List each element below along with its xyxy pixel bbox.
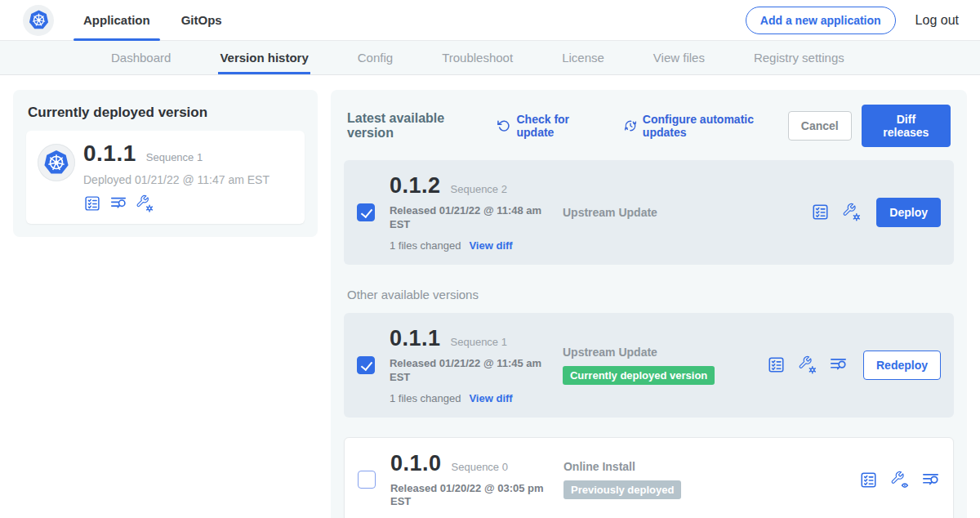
kubernetes-app-icon [42,149,70,176]
sequence-label: Sequence 0 [452,461,508,473]
tab-application[interactable]: Application [78,0,155,41]
version-source-label: Online Install [564,460,768,473]
version-number: 0.1.2 [390,173,441,199]
view-files-icon[interactable] [921,471,940,489]
files-changed-label: 1 files changed [390,239,461,252]
subnav-item-version-history[interactable]: Version history [220,41,308,74]
tab-gitops[interactable]: GitOps [176,0,227,41]
view-diff-link[interactable]: View diff [469,239,512,252]
navbar-right: Add a new application Log out [746,7,959,34]
version-checkbox[interactable] [358,471,376,489]
subnav-item-dashboard[interactable]: Dashboard [111,41,171,74]
app-subnav: Dashboard Version history Config Trouble… [0,41,980,75]
top-navbar: Application GitOps Add a new application… [0,0,980,41]
refresh-icon [497,118,511,133]
app-icon-wrap [38,144,75,181]
subnav-item-view-files[interactable]: View files [653,41,705,74]
currently-deployed-heading: Currently deployed version [28,105,303,121]
release-notes-icon[interactable] [859,471,878,489]
view-config-icon[interactable] [890,471,909,489]
sequence-label: Sequence 1 [451,336,507,348]
edit-config-icon[interactable] [842,203,861,221]
available-versions-panel: Latest available version Check for updat… [331,90,967,518]
check-for-update-label: Check for update [516,113,601,139]
check-for-update-link[interactable]: Check for update [497,113,601,139]
released-timestamp: Released 01/21/22 @ 11:45 am EST [390,357,553,385]
files-changed-label: 1 files changed [390,392,461,404]
deployed-version-number: 0.1.1 [83,141,136,167]
version-number: 0.1.1 [390,326,441,351]
deployed-version-card: 0.1.1 Sequence 1 Deployed 01/21/22 @ 11:… [26,131,305,224]
version-checkbox[interactable] [357,203,375,221]
main-content: Currently deployed version 0.1.1 Sequenc… [0,75,980,518]
cancel-button[interactable]: Cancel [788,111,852,141]
deploy-button[interactable]: Deploy [876,198,941,227]
release-notes-icon[interactable] [767,355,786,374]
subnav-item-troubleshoot[interactable]: Troubleshoot [442,41,513,74]
logout-button[interactable]: Log out [915,13,959,28]
release-notes-icon[interactable] [83,194,101,212]
configure-updates-label: Configure automatic updates [643,113,788,139]
edit-config-icon[interactable] [798,355,817,374]
version-row: 0.1.2 Sequence 2 Released 01/21/22 @ 11:… [344,160,954,265]
diff-releases-button[interactable]: Diff releases [862,105,951,147]
subnav-item-config[interactable]: Config [358,41,393,74]
version-row: 0.1.0 Sequence 0 Released 01/20/22 @ 03:… [344,437,954,518]
edit-config-icon[interactable] [136,194,154,212]
view-files-icon[interactable] [829,355,848,374]
redeploy-button[interactable]: Redeploy [863,351,941,380]
kubernetes-logo-icon [28,9,50,31]
version-checkbox[interactable] [357,356,375,374]
released-timestamp: Released 01/20/22 @ 03:05 pm EST [390,482,554,510]
view-diff-link[interactable]: View diff [469,392,512,404]
version-source-label: Upstream Update [563,206,767,219]
subnav-item-license[interactable]: License [562,41,604,74]
view-files-icon[interactable] [109,194,127,212]
add-application-button[interactable]: Add a new application [746,7,896,34]
currently-deployed-panel: Currently deployed version 0.1.1 Sequenc… [13,90,318,237]
sequence-label: Sequence 2 [451,183,507,195]
configure-updates-link[interactable]: Configure automatic updates [623,113,788,139]
other-versions-heading: Other available versions [347,288,951,301]
latest-available-heading: Latest available version [347,111,484,141]
version-number: 0.1.0 [390,451,442,476]
released-timestamp: Released 01/21/22 @ 11:48 am EST [390,204,553,232]
subnav-item-registry-settings[interactable]: Registry settings [754,41,844,74]
deployed-sequence-label: Sequence 1 [146,151,203,163]
deployed-timestamp: Deployed 01/21/22 @ 11:47 am EST [83,173,293,186]
available-header: Latest available version Check for updat… [347,105,951,147]
version-row: 0.1.1 Sequence 1 Released 01/21/22 @ 11:… [344,313,954,418]
currently-deployed-badge: Currently deployed version [563,366,715,385]
version-source-label: Upstream Update [563,346,767,359]
auto-update-clock-icon [623,118,638,133]
previously-deployed-badge: Previously deployed [564,480,681,499]
app-logo [23,5,54,36]
release-notes-icon[interactable] [811,203,830,221]
